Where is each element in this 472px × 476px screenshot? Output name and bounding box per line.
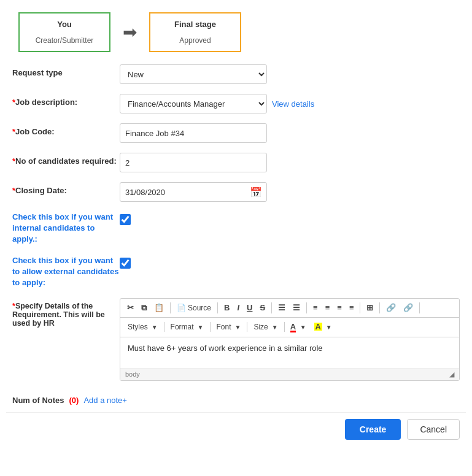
rte-divider-2 bbox=[217, 302, 218, 313]
rte-content-text: Must have 6+ years of work experience in… bbox=[128, 344, 323, 353]
rte-divider-1 bbox=[170, 302, 171, 313]
rte-unlink-btn[interactable]: 🔗 bbox=[400, 301, 416, 315]
workflow-arrow-icon: ➡ bbox=[123, 22, 137, 42]
rte-source-btn[interactable]: 📄 Source bbox=[174, 302, 214, 313]
internal-candidates-checkbox[interactable] bbox=[120, 214, 131, 225]
no-candidates-row: *No of candidates required: bbox=[12, 153, 460, 172]
creator-box: You Creator/Submitter bbox=[18, 12, 110, 52]
rte-styles-chevron: ▼ bbox=[152, 324, 158, 331]
job-description-select[interactable]: Finance/Accounts Manager Software Engine… bbox=[120, 94, 267, 113]
rte-divider-7 bbox=[419, 302, 420, 313]
no-candidates-control bbox=[120, 153, 460, 172]
rte-table-btn[interactable]: ⊞ bbox=[363, 301, 376, 315]
closing-date-label: *Closing Date: bbox=[12, 182, 120, 195]
rte-size-btn[interactable]: Size ▼ bbox=[250, 321, 281, 332]
internal-candidates-control bbox=[120, 212, 131, 227]
external-candidates-label: Check this box if you want to allow exte… bbox=[12, 255, 120, 289]
rte-divider-6 bbox=[379, 302, 380, 313]
specify-details-row: *Specify Details of the Requirement. Thi… bbox=[12, 298, 460, 380]
request-type-label: Request type bbox=[12, 64, 120, 77]
rte-select-divider-2 bbox=[210, 322, 211, 332]
rte-align-right-btn[interactable]: ​≡ bbox=[334, 301, 345, 315]
rte-source-label: Source bbox=[188, 304, 211, 312]
rte-select-divider-3 bbox=[247, 322, 247, 332]
specify-details-label: *Specify Details of the Requirement. Thi… bbox=[12, 298, 120, 328]
rte-doc-icon: 📄 bbox=[177, 304, 186, 312]
rte-toolbar-1: ✂ ⧉ 📋 📄 Source B I U S ☰ ☰ bbox=[120, 299, 459, 318]
rte-size-label: Size bbox=[253, 323, 268, 331]
rte-font-btn[interactable]: Font ▼ bbox=[213, 321, 245, 332]
rte-strikethrough-btn[interactable]: S bbox=[257, 301, 268, 315]
rte-underline-btn[interactable]: U bbox=[244, 301, 255, 315]
notes-row: Num of Notes (0) Add a note+ bbox=[6, 391, 466, 412]
form-body: Request type New Replacement Other *Job … bbox=[6, 64, 466, 381]
request-type-row: Request type New Replacement Other bbox=[12, 64, 460, 84]
stage-box: Final stage Approved bbox=[149, 12, 241, 52]
view-details-link[interactable]: View details bbox=[272, 99, 314, 109]
request-type-select[interactable]: New Replacement Other bbox=[120, 64, 267, 84]
closing-date-row: *Closing Date: 📅 bbox=[12, 182, 460, 202]
job-code-row: *Job Code: bbox=[12, 123, 460, 143]
rte-styles-label: Styles bbox=[128, 323, 148, 331]
rte-resize-icon: ◢ bbox=[449, 370, 454, 378]
rte-styles-btn[interactable]: Styles ▼ bbox=[124, 321, 161, 332]
rte-size-chevron: ▼ bbox=[272, 324, 278, 331]
request-type-control: New Replacement Other bbox=[120, 64, 460, 84]
rte-copy-btn[interactable]: ⧉ bbox=[138, 301, 150, 315]
rte-paste-btn[interactable]: 📋 bbox=[151, 301, 167, 315]
notes-label: Num of Notes bbox=[12, 396, 64, 405]
rte-unordered-list-btn[interactable]: ☰ bbox=[290, 301, 303, 315]
rte-cut-btn[interactable]: ✂ bbox=[124, 301, 137, 315]
rte-font-label: Font bbox=[217, 323, 231, 331]
job-description-control: Finance/Accounts Manager Software Engine… bbox=[120, 94, 460, 113]
rte-select-divider-4 bbox=[284, 322, 285, 332]
rte-bg-color-icon: A bbox=[314, 323, 322, 331]
add-note-link[interactable]: Add a note+ bbox=[83, 396, 126, 405]
rte-divider-5 bbox=[360, 302, 360, 313]
stage-subtitle: Approved bbox=[163, 36, 228, 45]
rte-font-color-btn[interactable]: A ▼ bbox=[287, 320, 309, 334]
rte-format-chevron: ▼ bbox=[198, 324, 204, 331]
cancel-button[interactable]: Cancel bbox=[407, 419, 460, 440]
rte-link-btn[interactable]: 🔗 bbox=[383, 301, 399, 315]
job-code-control bbox=[120, 123, 460, 143]
creator-subtitle: Creator/Submitter bbox=[32, 36, 97, 45]
create-button[interactable]: Create bbox=[345, 419, 401, 440]
job-code-label: *Job Code: bbox=[12, 123, 120, 136]
rte-align-justify-btn[interactable]: ​≡ bbox=[346, 301, 357, 315]
external-candidates-control bbox=[120, 255, 131, 271]
rte-content-area[interactable]: Must have 6+ years of work experience in… bbox=[120, 337, 459, 368]
external-candidates-checkbox[interactable] bbox=[120, 258, 131, 269]
rte-align-center-btn[interactable]: ​≡ bbox=[322, 301, 333, 315]
rte-align-left-btn[interactable]: ​≡ bbox=[310, 301, 321, 315]
external-candidates-row: Check this box if you want to allow exte… bbox=[12, 255, 460, 289]
calendar-icon[interactable]: 📅 bbox=[250, 186, 262, 198]
rte-select-divider-1 bbox=[164, 322, 164, 332]
rte-toolbar-2: Styles ▼ Format ▼ Font ▼ Size bbox=[120, 318, 459, 337]
no-candidates-input[interactable] bbox=[120, 153, 267, 172]
rte-format-label: Format bbox=[171, 323, 194, 331]
footer-buttons: Create Cancel bbox=[6, 412, 466, 446]
rte-bold-btn[interactable]: B bbox=[221, 301, 233, 315]
rte-bg-color-btn[interactable]: A ▼ bbox=[311, 320, 335, 334]
rte-divider-3 bbox=[271, 302, 272, 313]
rte-ordered-list-btn[interactable]: ☰ bbox=[275, 301, 288, 315]
rte-format-btn[interactable]: Format ▼ bbox=[167, 321, 207, 332]
creator-title: You bbox=[32, 20, 97, 29]
rich-text-editor: ✂ ⧉ 📋 📄 Source B I U S ☰ ☰ bbox=[120, 298, 460, 380]
rte-font-chevron: ▼ bbox=[235, 324, 241, 331]
closing-date-input[interactable] bbox=[120, 182, 267, 202]
closing-date-control: 📅 bbox=[120, 182, 460, 202]
rte-bg-color-chevron: ▼ bbox=[326, 324, 332, 331]
notes-count: (0) bbox=[69, 396, 79, 405]
rte-italic-btn[interactable]: I bbox=[234, 301, 242, 315]
job-description-row: *Job description: Finance/Accounts Manag… bbox=[12, 94, 460, 113]
workflow-header: You Creator/Submitter ➡ Final stage Appr… bbox=[6, 6, 466, 64]
specify-details-control: ✂ ⧉ 📋 📄 Source B I U S ☰ ☰ bbox=[120, 298, 460, 380]
no-candidates-label: *No of candidates required: bbox=[12, 153, 120, 166]
rte-footer: body ◢ bbox=[120, 368, 459, 380]
internal-candidates-row: Check this box if you want internal cand… bbox=[12, 212, 460, 245]
rte-divider-4 bbox=[306, 302, 307, 313]
job-description-label: *Job description: bbox=[12, 94, 120, 107]
job-code-input[interactable] bbox=[120, 123, 267, 143]
